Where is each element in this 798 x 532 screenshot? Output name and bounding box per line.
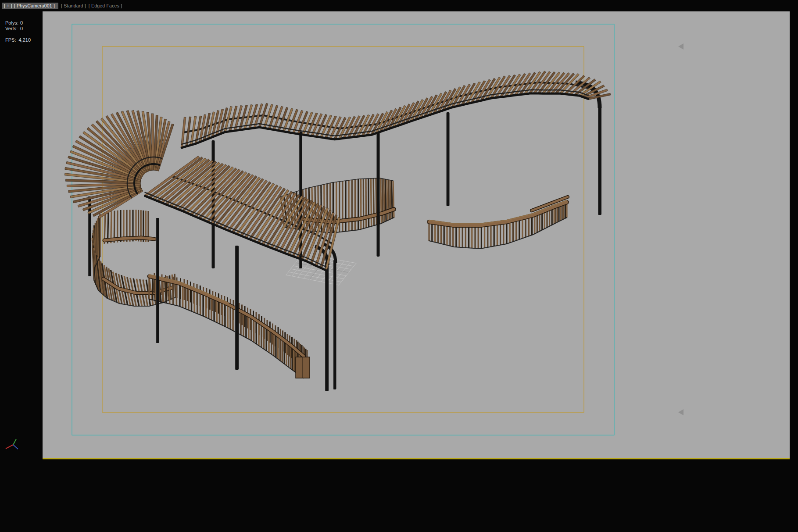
viewport-shading-style-menu[interactable]: [ Edged Faces ] bbox=[89, 3, 122, 8]
world-axis-tripod bbox=[6, 439, 18, 449]
viewport-background bbox=[43, 11, 790, 459]
camera-viewport-canvas[interactable] bbox=[0, 0, 798, 532]
max-viewport: [ + ][ PhysCamera001 ][ Standard ][ Edge… bbox=[0, 0, 798, 532]
polys-label: Polys: bbox=[5, 20, 18, 26]
viewport-label-highlight: [ + ][ PhysCamera001 ] bbox=[2, 3, 58, 9]
viewport-pov-menu[interactable]: [ PhysCamera001 ] bbox=[14, 3, 55, 8]
polys-stat: Polys: 0 bbox=[5, 20, 23, 26]
viewport-general-menu[interactable]: [ + ] bbox=[4, 3, 12, 8]
fps-value: 4,210 bbox=[18, 37, 31, 43]
statistics-overlay: Polys: 0 Verts: 0 FPS: 4,210 bbox=[5, 20, 31, 43]
polys-value: 0 bbox=[20, 20, 23, 26]
fps-label: FPS: bbox=[5, 37, 16, 43]
verts-label: Verts: bbox=[5, 26, 18, 32]
fps-stat: FPS: 4,210 bbox=[5, 37, 31, 43]
verts-value: 0 bbox=[20, 26, 23, 32]
viewport-shading-quality-menu[interactable]: [ Standard ] bbox=[61, 3, 86, 8]
viewport-label-bar: [ + ][ PhysCamera001 ][ Standard ][ Edge… bbox=[2, 3, 122, 9]
verts-stat: Verts: 0 bbox=[5, 26, 23, 32]
